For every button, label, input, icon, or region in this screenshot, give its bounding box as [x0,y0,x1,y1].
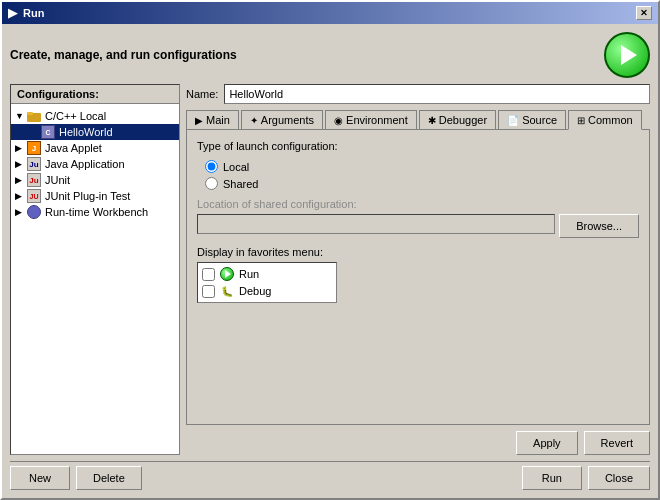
tab-environment[interactable]: ◉ Environment [325,110,417,129]
run-icon-button[interactable] [604,32,650,78]
tree-item-label: Run-time Workbench [45,206,148,218]
local-label: Local [223,161,249,173]
source-tab-icon: 📄 [507,115,519,126]
favorites-run-item: Run [202,267,332,281]
apply-revert-row: Apply Revert [186,431,650,455]
tree-item-java-applet[interactable]: ▶ J Java Applet [11,140,179,156]
delete-button[interactable]: Delete [76,466,142,490]
local-radio-row: Local [205,160,639,173]
tab-environment-label: Environment [346,114,408,126]
expand-icon: ▼ [15,111,25,121]
tree-item-label: Java Application [45,158,125,170]
title-bar: ▶ Run ✕ [2,2,658,24]
tab-common[interactable]: ⊞ Common [568,110,642,130]
tree-item-cpp-local[interactable]: ▼ C/C++ Local [11,108,179,124]
junit-plugin-icon: JU [27,189,41,203]
favorites-debug-label: Debug [239,285,271,297]
shared-radio[interactable] [205,177,218,190]
run-icon [220,267,234,281]
cpp-icon: C [41,125,55,139]
tab-source-label: Source [522,114,557,126]
bottom-section: New Delete Run Close [10,461,650,490]
shared-location-label: Location of shared configuration: [197,198,639,210]
shared-label: Shared [223,178,258,190]
favorites-section: Display in favorites menu: Run 🐛 [197,246,639,303]
favorites-run-checkbox[interactable] [202,268,215,281]
favorites-run-label: Run [239,268,259,280]
new-button[interactable]: New [10,466,70,490]
tree-item-helloworld[interactable]: C HelloWorld [11,124,179,140]
tab-common-label: Common [588,114,633,126]
shared-location-row: Browse... [197,214,639,238]
tab-main[interactable]: ▶ Main [186,110,239,129]
tab-arguments-label: Arguments [261,114,314,126]
run-dialog: ▶ Run ✕ Create, manage, and run configur… [0,0,660,500]
favorites-debug-checkbox[interactable] [202,285,215,298]
tab-bar: ▶ Main ✦ Arguments ◉ Environment ✱ [186,110,650,130]
java-icon: J [27,141,41,155]
tree-item-junit-plugin[interactable]: ▶ JU JUnit Plug-in Test [11,188,179,204]
configurations-panel: Configurations: ▼ C/C++ Local [10,84,180,455]
tab-main-label: Main [206,114,230,126]
window-title: Run [23,7,44,19]
expand-icon: ▶ [15,175,25,185]
right-panel: Name: ▶ Main ✦ Arguments [186,84,650,455]
tab-source[interactable]: 📄 Source [498,110,566,129]
favorites-label: Display in favorites menu: [197,246,639,258]
header-section: Create, manage, and run configurations [10,32,650,78]
favorites-debug-item: 🐛 Debug [202,284,332,298]
shared-location-section: Location of shared configuration: Browse… [197,198,639,238]
close-button[interactable]: Close [588,466,650,490]
arguments-tab-icon: ✦ [250,115,258,126]
name-label: Name: [186,88,218,100]
environment-tab-icon: ◉ [334,115,343,126]
main-tab-icon: ▶ [195,115,203,126]
revert-button[interactable]: Revert [584,431,650,455]
launch-type-group: Local Shared [197,160,639,190]
expand-icon: ▶ [15,191,25,201]
tree-item-label: HelloWorld [59,126,113,138]
window-body: Create, manage, and run configurations C… [2,24,658,498]
tree-item-label: C/C++ Local [45,110,106,122]
run-button[interactable]: Run [522,466,582,490]
run-close-group: Run Close [522,466,650,490]
folder-icon [27,109,41,123]
tabs-area: ▶ Main ✦ Arguments ◉ Environment ✱ [186,110,650,425]
java-app-icon: Ju [27,157,41,171]
tree-item-java-application[interactable]: ▶ Ju Java Application [11,156,179,172]
tree-item-label: Java Applet [45,142,102,154]
expand-icon: ▶ [15,159,25,169]
close-icon[interactable]: ✕ [636,6,652,20]
name-row: Name: [186,84,650,104]
launch-config-label: Type of launch configuration: [197,140,639,152]
tab-debugger-label: Debugger [439,114,487,126]
shared-location-input[interactable] [197,214,555,234]
favorites-list: Run 🐛 Debug [197,262,337,303]
tree-item-junit[interactable]: ▶ Ju JUnit [11,172,179,188]
browse-button[interactable]: Browse... [559,214,639,238]
tab-debugger[interactable]: ✱ Debugger [419,110,496,129]
tree-item-label: JUnit Plug-in Test [45,190,130,202]
bottom-buttons-row: New Delete Run Close [10,461,650,490]
junit-icon: Ju [27,173,41,187]
tree-item-label: JUnit [45,174,70,186]
apply-button[interactable]: Apply [516,431,578,455]
new-delete-group: New Delete [10,466,142,490]
window-icon: ▶ [8,6,17,20]
svg-rect-1 [27,112,33,115]
name-input[interactable] [224,84,650,104]
tab-common-content: Type of launch configuration: Local Shar… [186,130,650,425]
expand-icon: ▶ [15,143,25,153]
expand-icon: ▶ [15,207,25,217]
configurations-tree: ▼ C/C++ Local C HelloWorld [11,104,179,454]
local-radio[interactable] [205,160,218,173]
content-area: Configurations: ▼ C/C++ Local [10,84,650,455]
tab-arguments[interactable]: ✦ Arguments [241,110,323,129]
title-bar-left: ▶ Run [8,6,44,20]
tree-item-runtime-workbench[interactable]: ▶ Run-time Workbench [11,204,179,220]
configurations-header: Configurations: [11,85,179,104]
debugger-tab-icon: ✱ [428,115,436,126]
shared-radio-row: Shared [205,177,639,190]
common-tab-icon: ⊞ [577,115,585,126]
workbench-icon [27,205,41,219]
